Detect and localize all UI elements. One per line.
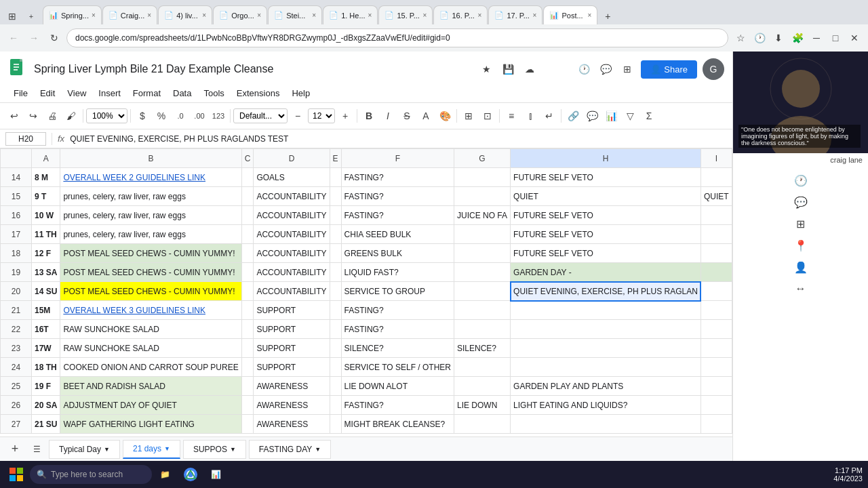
- wrap-btn[interactable]: ↵: [540, 107, 558, 125]
- grid-icon[interactable]: ⊞: [4, 8, 20, 24]
- taskbar-chrome[interactable]: [178, 464, 203, 485]
- cell-F-25[interactable]: LIE DOWN ALOT: [341, 377, 454, 396]
- cell-G-18[interactable]: [454, 244, 511, 263]
- extensions-icon[interactable]: 🧩: [789, 30, 806, 46]
- forward-btn[interactable]: →: [26, 30, 42, 46]
- cell-E-26[interactable]: [330, 396, 341, 415]
- cell-H-16[interactable]: FUTURE SELF VETO: [511, 206, 701, 225]
- cell-A-27[interactable]: 21 SU: [32, 415, 60, 434]
- bookmark-icon[interactable]: ☆: [732, 30, 749, 46]
- cell-E-19[interactable]: [330, 263, 341, 282]
- col-header-E[interactable]: E: [330, 149, 341, 168]
- avatar[interactable]: G: [703, 58, 724, 80]
- cell-C-17[interactable]: [241, 225, 254, 244]
- cell-D-24[interactable]: SUPPORT: [254, 358, 330, 377]
- tab-suppos[interactable]: SUPPOS ▼: [183, 440, 246, 459]
- cell-G-17[interactable]: [454, 225, 511, 244]
- cell-A-20[interactable]: 14 SU: [32, 282, 60, 301]
- cell-A-25[interactable]: 19 F: [32, 377, 60, 396]
- new-tab-icon[interactable]: +: [23, 8, 39, 24]
- cell-G-16[interactable]: JUICE NO FA: [454, 206, 511, 225]
- cell-G-24[interactable]: [454, 358, 511, 377]
- cell-H-20[interactable]: QUIET EVENING, EXERCISE, PH PLUS RAGLAN: [511, 282, 701, 301]
- print-btn[interactable]: 🖨: [43, 107, 61, 125]
- cell-C-22[interactable]: [241, 320, 254, 339]
- cell-I-26[interactable]: [701, 396, 732, 415]
- cell-A-18[interactable]: 12 F: [32, 244, 60, 263]
- cell-B-23[interactable]: RAW SUNCHOKE SALAD: [60, 339, 241, 358]
- menu-help[interactable]: Help: [286, 85, 315, 101]
- cell-A-23[interactable]: 17W: [32, 339, 60, 358]
- cell-D-16[interactable]: ACCOUNTABILITY: [254, 206, 330, 225]
- link-text[interactable]: OVERALL WEEK 2 GUIDELINES LINK: [63, 173, 205, 182]
- tab-close-spring[interactable]: ×: [92, 12, 96, 19]
- cell-I-14[interactable]: [701, 168, 732, 187]
- cell-C-26[interactable]: [241, 396, 254, 415]
- valign-btn[interactable]: ⫿: [521, 107, 539, 125]
- cell-H-15[interactable]: QUIET: [511, 187, 701, 206]
- cell-I-25[interactable]: [701, 377, 732, 396]
- minimize-btn[interactable]: ─: [808, 30, 825, 46]
- cell-H-24[interactable]: [511, 358, 701, 377]
- start-btn[interactable]: [5, 464, 27, 485]
- tab-typical-day[interactable]: Typical Day ▼: [49, 440, 120, 459]
- menu-extensions[interactable]: Extensions: [231, 85, 285, 101]
- paint-format-btn[interactable]: 🖌: [62, 107, 80, 125]
- menu-insert[interactable]: Insert: [93, 85, 126, 101]
- decimal-inc-btn[interactable]: .00: [191, 107, 208, 125]
- link-text[interactable]: OVERALL WEEK 3 GUIDELINES LINK: [63, 306, 205, 315]
- cell-C-14[interactable]: [241, 168, 254, 187]
- undo-btn[interactable]: ↩: [5, 107, 23, 125]
- tab-fasting-day[interactable]: FASTING DAY ▼: [249, 440, 331, 459]
- cell-E-15[interactable]: [330, 187, 341, 206]
- cell-A-16[interactable]: 10 W: [32, 206, 60, 225]
- tab-close-17p[interactable]: ×: [533, 12, 537, 19]
- highlight-color-btn[interactable]: 🎨: [436, 107, 454, 125]
- maximize-btn[interactable]: □: [827, 30, 844, 46]
- sidebar-icon-5[interactable]: 👤: [793, 259, 809, 275]
- cell-F-26[interactable]: FASTING?: [341, 396, 454, 415]
- cell-reference-input[interactable]: [5, 132, 46, 146]
- redo-btn[interactable]: ↪: [24, 107, 42, 125]
- cell-G-27[interactable]: [454, 415, 511, 434]
- taskbar-file-explorer[interactable]: 📁: [155, 464, 176, 485]
- cell-I-16[interactable]: [701, 206, 732, 225]
- cell-F-20[interactable]: SERVICE TO GROUP: [341, 282, 454, 301]
- cell-D-27[interactable]: AWARENESS: [254, 415, 330, 434]
- cell-G-25[interactable]: [454, 377, 511, 396]
- taskbar-sheets[interactable]: 📊: [205, 464, 226, 485]
- tab-4lv[interactable]: 📄 4) liv... ×: [158, 5, 212, 24]
- address-bar[interactable]: docs.google.com/spreadsheets/d/1LPwbNcoB…: [66, 28, 728, 47]
- cell-B-26[interactable]: ADJUSTMENT DAY OF QUIET: [60, 396, 241, 415]
- cell-I-19[interactable]: [701, 263, 732, 282]
- cell-G-22[interactable]: [454, 320, 511, 339]
- cell-G-20[interactable]: [454, 282, 511, 301]
- taskbar-search[interactable]: 🔍 Type here to search: [30, 465, 152, 484]
- cell-D-22[interactable]: SUPPORT: [254, 320, 330, 339]
- font-size-selector[interactable]: 12: [308, 108, 335, 123]
- menu-tools[interactable]: Tools: [198, 85, 229, 101]
- star-icon[interactable]: ★: [478, 61, 494, 77]
- cell-E-17[interactable]: [330, 225, 341, 244]
- chart-btn[interactable]: 📊: [602, 107, 620, 125]
- col-header-A[interactable]: A: [32, 149, 60, 168]
- cell-E-21[interactable]: [330, 301, 341, 320]
- col-header-H[interactable]: H: [511, 149, 701, 168]
- cell-B-16[interactable]: prunes, celery, raw liver, raw eggs: [60, 206, 241, 225]
- cell-B-14[interactable]: OVERALL WEEK 2 GUIDELINES LINK: [60, 168, 241, 187]
- cell-E-22[interactable]: [330, 320, 341, 339]
- share-button[interactable]: 👤 Share: [641, 60, 697, 79]
- cell-B-19[interactable]: POST MEAL SEED CHEWS - CUMIN YUMMY!: [60, 263, 241, 282]
- cell-E-24[interactable]: [330, 358, 341, 377]
- cell-A-21[interactable]: 15M: [32, 301, 60, 320]
- cell-F-22[interactable]: FASTING?: [341, 320, 454, 339]
- link-btn[interactable]: 🔗: [564, 107, 582, 125]
- function-btn[interactable]: Σ: [640, 107, 658, 125]
- cell-H-23[interactable]: [511, 339, 701, 358]
- italic-btn[interactable]: I: [379, 107, 397, 125]
- cell-D-18[interactable]: ACCOUNTABILITY: [254, 244, 330, 263]
- cell-D-20[interactable]: ACCOUNTABILITY: [254, 282, 330, 301]
- add-sheet-btn[interactable]: +: [5, 440, 24, 459]
- cell-E-20[interactable]: [330, 282, 341, 301]
- cell-F-23[interactable]: SILENCE?: [341, 339, 454, 358]
